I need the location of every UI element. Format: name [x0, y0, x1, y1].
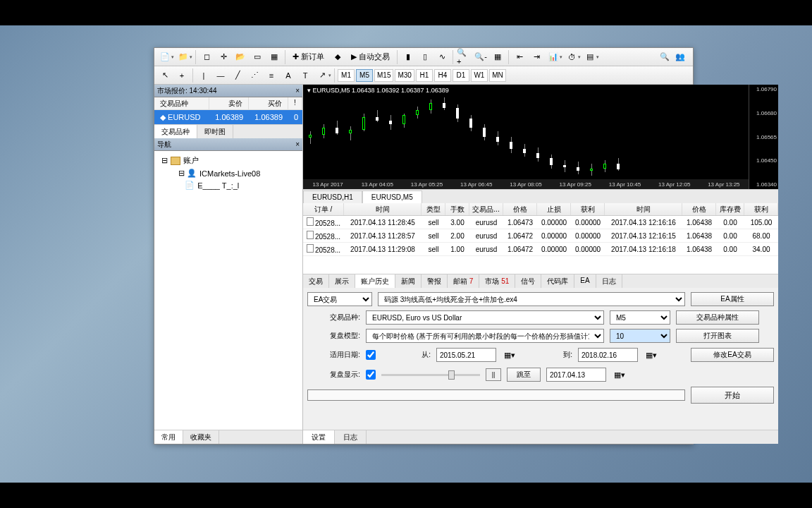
- table-row[interactable]: 20528...2017.04.13 11:28:57sell2.00eurus…: [303, 229, 778, 243]
- timeframe-H4[interactable]: H4: [434, 69, 451, 82]
- timeframe-H1[interactable]: H1: [416, 69, 433, 82]
- table-row[interactable]: 20528...2017.04.13 11:29:08sell1.00eurus…: [303, 243, 778, 256]
- to-date-field[interactable]: [578, 348, 638, 362]
- modify-ea-button[interactable]: 修改EA交易: [691, 348, 774, 362]
- timeframe-M30[interactable]: M30: [395, 69, 414, 82]
- spread-combo[interactable]: 10: [610, 329, 670, 343]
- grid-tab[interactable]: 新闻: [395, 274, 422, 288]
- grid-tab[interactable]: 市场 51: [479, 274, 515, 288]
- tab-tick-chart[interactable]: 即时图: [197, 125, 233, 138]
- tester-icon[interactable]: ▦: [266, 49, 282, 65]
- timeframe-M1[interactable]: M1: [338, 69, 355, 82]
- visual-checkbox[interactable]: [366, 370, 376, 380]
- tile-icon[interactable]: ▦: [490, 49, 505, 65]
- fibo-icon[interactable]: ≡: [264, 68, 279, 83]
- tester-type-combo[interactable]: EA交易: [307, 292, 372, 306]
- strategy-tester: EA交易 码源 3均线高低+均线死金开仓+倍加仓.ex4 EA属性 交易品种: …: [303, 288, 778, 430]
- vline-icon[interactable]: |: [196, 68, 211, 83]
- tree-account-item[interactable]: 📄 E____ T_:_l: [159, 179, 298, 191]
- grid-tab[interactable]: 日志: [596, 274, 622, 288]
- crosshair-icon[interactable]: ✛: [216, 49, 231, 65]
- skip-date-field[interactable]: [546, 368, 606, 382]
- cursor-icon[interactable]: ↖: [157, 68, 173, 83]
- symbol-props-button[interactable]: 交易品种属性: [676, 310, 759, 325]
- period-combo[interactable]: M5: [610, 310, 670, 325]
- trendline-icon[interactable]: ╱: [230, 68, 245, 83]
- calendar-icon[interactable]: ▦▾: [502, 347, 517, 363]
- timeframe-W1[interactable]: W1: [471, 69, 488, 82]
- open-icon[interactable]: 📁: [176, 49, 191, 65]
- equidist-icon[interactable]: ⋰: [247, 68, 262, 83]
- nav-icon[interactable]: 📂: [233, 49, 248, 65]
- grid-tab[interactable]: 邮箱 7: [448, 274, 479, 288]
- orders-grid: 订单 /时间类型手数交易品...价格止损获利时间价格库存费获利 20528...…: [303, 203, 778, 274]
- auto-trade-button[interactable]: ▶ 自动交易: [347, 49, 394, 65]
- from-label: 从:: [381, 350, 431, 360]
- arrows-icon[interactable]: ↗: [314, 68, 330, 83]
- ea-properties-button[interactable]: EA属性: [691, 292, 774, 306]
- navigator-header: 导航 ×: [154, 138, 302, 151]
- timeframe-D1[interactable]: D1: [453, 69, 469, 82]
- calendar-icon[interactable]: ▦▾: [612, 367, 627, 382]
- periods-icon[interactable]: ⏱: [564, 49, 579, 65]
- symbol-combo[interactable]: EURUSD, Euro vs US Dollar: [366, 310, 604, 325]
- bar-chart-icon[interactable]: ▮: [400, 49, 416, 65]
- chart[interactable]: ▾ EURUSD,M5 1.06438 1.06392 1.06387 1.06…: [303, 85, 778, 189]
- close-icon[interactable]: ×: [295, 140, 300, 148]
- grid-tab[interactable]: 展示: [329, 274, 355, 288]
- new-file-icon[interactable]: 📄: [157, 49, 173, 65]
- grid-tab[interactable]: 交易: [303, 274, 329, 288]
- grid-tab[interactable]: 信号: [515, 274, 541, 288]
- calendar-icon[interactable]: ▦▾: [644, 347, 659, 363]
- grid-tab[interactable]: 代码库: [541, 274, 574, 288]
- from-date-field[interactable]: [436, 348, 496, 362]
- grid-tab[interactable]: EA: [574, 274, 596, 288]
- market-watch-header: 市场报价: 14:30:44 ×: [154, 85, 302, 97]
- tester-tab-journal[interactable]: 日志: [335, 430, 367, 444]
- tab-favorites[interactable]: 收藏夹: [183, 430, 219, 444]
- grid-tab[interactable]: 账户历史: [355, 274, 395, 288]
- chart-tab-h1[interactable]: EURUSD,H1: [303, 190, 362, 203]
- terminal-icon[interactable]: ▭: [250, 49, 265, 65]
- timeframe-MN[interactable]: MN: [489, 69, 506, 82]
- candle-icon[interactable]: ▯: [417, 49, 433, 65]
- meta-icon[interactable]: ◆: [330, 49, 345, 65]
- use-date-checkbox[interactable]: [366, 350, 376, 360]
- timeframe-M5[interactable]: M5: [356, 69, 373, 82]
- profiles-icon[interactable]: ◻: [199, 49, 214, 65]
- new-order-button[interactable]: ✚ 新订单: [288, 49, 328, 65]
- tree-accounts[interactable]: ⊟ 账户: [159, 154, 298, 167]
- search-icon[interactable]: 🔍: [659, 49, 670, 65]
- speed-slider[interactable]: [381, 374, 480, 376]
- shift-icon[interactable]: ⇤: [512, 49, 527, 65]
- ea-file-combo[interactable]: 码源 3均线高低+均线死金开仓+倍加仓.ex4: [378, 292, 685, 306]
- grid-tab[interactable]: 警报: [422, 274, 448, 288]
- tester-tab-settings[interactable]: 设置: [303, 430, 335, 444]
- table-row[interactable]: 20528...2017.04.13 11:28:45sell3.00eurus…: [303, 216, 778, 229]
- market-row-eurusd[interactable]: ◆ EURUSD 1.06389 1.06389 0: [154, 110, 302, 124]
- start-button[interactable]: 开始: [691, 387, 774, 404]
- drawing-toolbar: ↖ + | — ╱ ⋰ ≡ A T ↗▾ M1M5M15M30H1H4D1W1M…: [154, 66, 693, 85]
- line-chart-icon[interactable]: ∿: [434, 49, 450, 65]
- tab-symbols[interactable]: 交易品种: [154, 125, 197, 138]
- zoom-in-icon[interactable]: 🔍+: [456, 49, 472, 65]
- tree-account-item[interactable]: ⊟ 👤 ICMarkets-Live08: [159, 167, 298, 179]
- pause-button[interactable]: ||: [486, 368, 501, 381]
- label-icon[interactable]: T: [297, 68, 313, 83]
- open-chart-button[interactable]: 打开图表: [676, 329, 759, 343]
- templates-icon[interactable]: ▤: [582, 49, 598, 65]
- autoscroll-icon[interactable]: ⇥: [529, 49, 544, 65]
- zoom-out-icon[interactable]: 🔍-: [473, 49, 488, 65]
- model-combo[interactable]: 每个即时价格 (基于所有可利用的最小时段的每一个价格的分形插值计算): [366, 329, 604, 343]
- hline-icon[interactable]: —: [213, 68, 228, 83]
- progress-bar: [307, 389, 685, 401]
- help-icon[interactable]: 👥: [675, 49, 686, 65]
- text-icon[interactable]: A: [281, 68, 296, 83]
- close-icon[interactable]: ×: [295, 87, 300, 95]
- timeframe-M15[interactable]: M15: [374, 69, 393, 82]
- skip-button[interactable]: 跳至: [507, 368, 541, 382]
- crosshair2-icon[interactable]: +: [174, 68, 190, 83]
- chart-tab-m5[interactable]: EURUSD,M5: [362, 190, 422, 203]
- tab-common[interactable]: 常用: [154, 430, 183, 444]
- indicators-icon[interactable]: 📊: [546, 49, 561, 65]
